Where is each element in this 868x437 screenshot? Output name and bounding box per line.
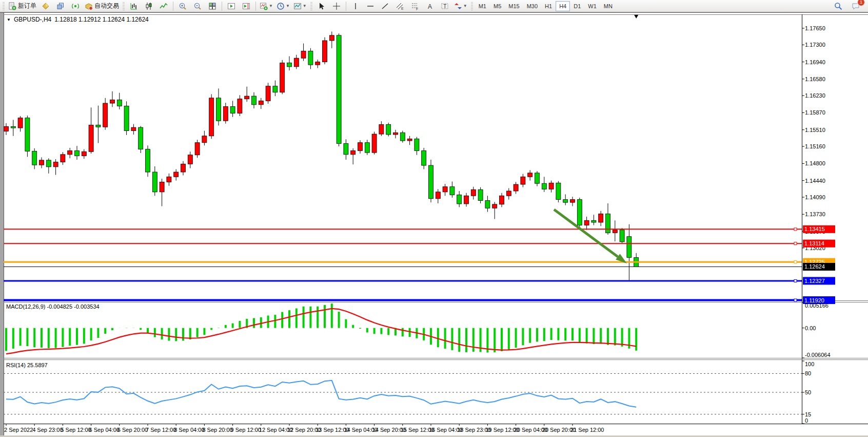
templates-icon: [293, 2, 302, 10]
chart-ohlc-readout: 1.12818 1.12912 1.12624 1.12624: [54, 16, 149, 23]
price-badge-label: 1.13415: [804, 226, 825, 232]
line-anchor-handle[interactable]: [794, 242, 797, 245]
candle-body: [61, 155, 65, 162]
main-toolbar: 新订单 自动交易 ▼ ▼: [0, 0, 868, 12]
rsi-tick-label: 0: [805, 417, 808, 424]
chart-title[interactable]: ▼ GBPUSD-,H4 1.12818 1.12912 1.12624 1.1…: [7, 16, 149, 23]
candle-body: [266, 86, 270, 101]
timeframe-m30-button[interactable]: M30: [523, 1, 541, 11]
candle-body: [131, 127, 136, 130]
zoom-out-button[interactable]: [190, 1, 205, 12]
line-chart-mode-button[interactable]: [156, 1, 171, 12]
candle-body: [75, 150, 80, 156]
candle-body: [167, 177, 171, 182]
candle-body: [46, 160, 51, 167]
price-tick-label: 1.16230: [805, 92, 825, 99]
timeframe-mn-button[interactable]: MN: [600, 1, 616, 11]
candle-body: [400, 132, 405, 141]
window-left-border: [0, 12, 4, 437]
signals-button[interactable]: [68, 1, 83, 12]
timeframe-h4-button[interactable]: H4: [556, 1, 570, 11]
new-order-label: 新订单: [18, 2, 36, 10]
timeframe-w1-button[interactable]: W1: [584, 1, 600, 11]
timeframe-h1-button[interactable]: H1: [541, 1, 556, 11]
candle-body: [18, 118, 23, 128]
notifications-button[interactable]: 1: [849, 1, 863, 12]
line-anchor-handle[interactable]: [794, 228, 797, 231]
bar-chart-mode-button[interactable]: [127, 1, 141, 12]
time-axis-label: 4 Sep 23:00: [32, 427, 63, 433]
trendline-tool-button[interactable]: [378, 1, 392, 12]
autotrading-button[interactable]: 自动交易: [83, 1, 121, 12]
equidistant-channel-tool-button[interactable]: E: [393, 1, 407, 12]
chart-canvas[interactable]: 1.176501.173001.169401.165801.162301.158…: [0, 0, 868, 437]
zoom-in-icon: [179, 2, 187, 10]
line-anchor-handle[interactable]: [794, 299, 797, 301]
price-tick-label: 1.17300: [805, 42, 825, 48]
timeframe-m1-button[interactable]: M1: [475, 1, 490, 11]
text-tool-button[interactable]: A: [423, 1, 437, 12]
candle-body: [358, 143, 363, 151]
chart-background: [4, 14, 868, 424]
text-label-tool-button[interactable]: T: [438, 1, 452, 12]
rsi-tick-label: 15: [805, 411, 811, 417]
timeframe-d1-button[interactable]: D1: [570, 1, 584, 11]
line-chart-icon: [160, 2, 168, 10]
new-order-button[interactable]: 新订单: [7, 1, 38, 12]
line-anchor-handle[interactable]: [794, 279, 797, 282]
candle-body: [492, 204, 497, 208]
new-chart-button[interactable]: [38, 1, 53, 12]
rsi-tick-label: 80: [805, 370, 811, 376]
notification-count-badge: 1: [857, 0, 865, 6]
tile-windows-button[interactable]: [205, 1, 220, 12]
candle-body: [506, 191, 511, 196]
price-badge-label: 1.13114: [804, 240, 824, 246]
candle-body: [549, 183, 554, 189]
timeframe-m15-button[interactable]: M15: [505, 1, 523, 11]
text-icon: A: [426, 2, 434, 10]
profiles-button[interactable]: [53, 1, 68, 12]
macd-tick-label: -0.006064: [805, 352, 831, 358]
candle-body: [259, 101, 263, 104]
candle-body: [188, 155, 192, 164]
candle-body: [82, 151, 86, 156]
line-anchor-handle[interactable]: [794, 261, 797, 263]
horizontal-line-tool-button[interactable]: [363, 1, 378, 12]
toolbar-grip[interactable]: [310, 2, 312, 10]
candle-body: [273, 86, 278, 92]
chart-menu-triangle-icon[interactable]: ▼: [7, 17, 11, 22]
candle-body: [570, 200, 575, 203]
vertical-line-tool-button[interactable]: [348, 1, 363, 12]
time-axis-label: 7 Sep 12:00: [146, 427, 176, 433]
crosshair-tool-button[interactable]: [329, 1, 344, 12]
timeframe-m5-button[interactable]: M5: [490, 1, 505, 11]
periods-button[interactable]: ▼: [275, 1, 291, 12]
candle-body: [450, 187, 455, 195]
candle-body: [230, 106, 235, 113]
candlestick-icon: [145, 2, 153, 10]
chart-shift-button[interactable]: [239, 1, 253, 12]
candlestick-mode-button[interactable]: [142, 1, 156, 12]
zoom-in-button[interactable]: [175, 1, 190, 12]
candle-body: [11, 126, 15, 128]
candle-body: [422, 150, 426, 165]
new-order-icon: [8, 2, 16, 10]
indicators-icon: [260, 2, 268, 10]
auto-scroll-button[interactable]: [224, 1, 239, 12]
time-axis-label: 21 Sep 12:00: [570, 427, 604, 433]
toolbar-grip[interactable]: [471, 2, 473, 10]
toolbar-grip[interactable]: [3, 2, 5, 10]
arrows-tool-button[interactable]: ▼: [452, 1, 469, 12]
toolbar-grip[interactable]: [123, 2, 125, 10]
indicators-button[interactable]: ▼: [258, 1, 274, 12]
candle-body: [139, 127, 143, 149]
candle-body: [393, 132, 398, 135]
candle-body: [379, 125, 384, 134]
arrows-icon: [454, 2, 462, 10]
candle-body: [337, 35, 341, 144]
search-button[interactable]: [831, 1, 845, 12]
templates-button[interactable]: ▼: [292, 1, 308, 12]
macd-tick-label: 0.00: [805, 325, 816, 331]
fibonacci-tool-button[interactable]: F: [408, 1, 422, 12]
cursor-tool-button[interactable]: [314, 1, 329, 12]
